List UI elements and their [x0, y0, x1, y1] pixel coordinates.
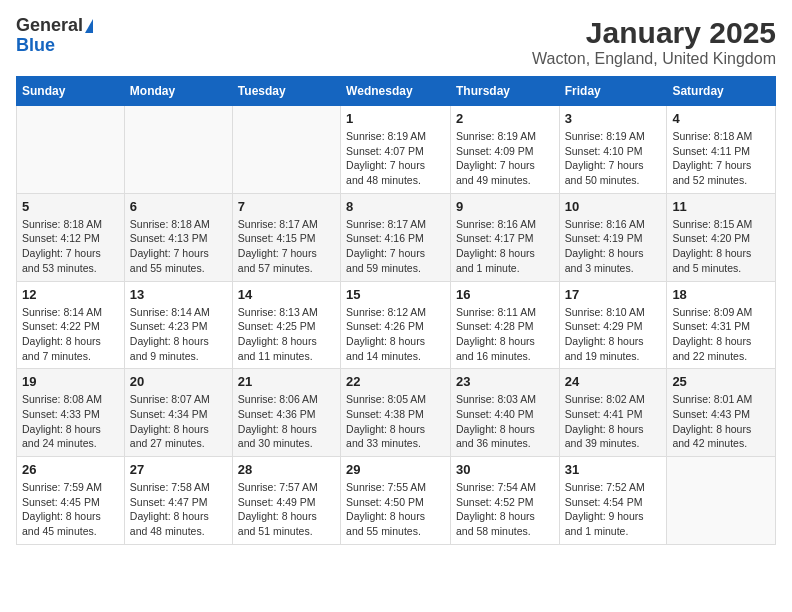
- day-info: Sunrise: 8:14 AM Sunset: 4:22 PM Dayligh…: [22, 305, 119, 364]
- day-number: 31: [565, 462, 662, 477]
- logo: General Blue: [16, 16, 93, 56]
- day-cell: 29Sunrise: 7:55 AM Sunset: 4:50 PM Dayli…: [341, 457, 451, 545]
- day-info: Sunrise: 8:03 AM Sunset: 4:40 PM Dayligh…: [456, 392, 554, 451]
- day-info: Sunrise: 8:11 AM Sunset: 4:28 PM Dayligh…: [456, 305, 554, 364]
- day-number: 5: [22, 199, 119, 214]
- day-number: 4: [672, 111, 770, 126]
- day-info: Sunrise: 8:09 AM Sunset: 4:31 PM Dayligh…: [672, 305, 770, 364]
- day-cell: 21Sunrise: 8:06 AM Sunset: 4:36 PM Dayli…: [232, 369, 340, 457]
- day-number: 11: [672, 199, 770, 214]
- calendar-body: 1Sunrise: 8:19 AM Sunset: 4:07 PM Daylig…: [17, 106, 776, 545]
- day-number: 14: [238, 287, 335, 302]
- calendar-table: SundayMondayTuesdayWednesdayThursdayFrid…: [16, 76, 776, 545]
- day-info: Sunrise: 8:19 AM Sunset: 4:09 PM Dayligh…: [456, 129, 554, 188]
- day-number: 17: [565, 287, 662, 302]
- day-cell: 13Sunrise: 8:14 AM Sunset: 4:23 PM Dayli…: [124, 281, 232, 369]
- day-cell: 6Sunrise: 8:18 AM Sunset: 4:13 PM Daylig…: [124, 193, 232, 281]
- day-cell: [232, 106, 340, 194]
- day-info: Sunrise: 8:17 AM Sunset: 4:15 PM Dayligh…: [238, 217, 335, 276]
- day-number: 19: [22, 374, 119, 389]
- day-info: Sunrise: 8:17 AM Sunset: 4:16 PM Dayligh…: [346, 217, 445, 276]
- day-info: Sunrise: 8:02 AM Sunset: 4:41 PM Dayligh…: [565, 392, 662, 451]
- day-cell: [667, 457, 776, 545]
- day-cell: 18Sunrise: 8:09 AM Sunset: 4:31 PM Dayli…: [667, 281, 776, 369]
- day-number: 29: [346, 462, 445, 477]
- day-cell: 23Sunrise: 8:03 AM Sunset: 4:40 PM Dayli…: [450, 369, 559, 457]
- day-number: 3: [565, 111, 662, 126]
- header: General Blue January 2025 Wacton, Englan…: [16, 16, 776, 68]
- day-info: Sunrise: 7:59 AM Sunset: 4:45 PM Dayligh…: [22, 480, 119, 539]
- day-number: 1: [346, 111, 445, 126]
- day-cell: 22Sunrise: 8:05 AM Sunset: 4:38 PM Dayli…: [341, 369, 451, 457]
- day-cell: 26Sunrise: 7:59 AM Sunset: 4:45 PM Dayli…: [17, 457, 125, 545]
- day-cell: 14Sunrise: 8:13 AM Sunset: 4:25 PM Dayli…: [232, 281, 340, 369]
- day-cell: 11Sunrise: 8:15 AM Sunset: 4:20 PM Dayli…: [667, 193, 776, 281]
- day-number: 7: [238, 199, 335, 214]
- day-info: Sunrise: 8:12 AM Sunset: 4:26 PM Dayligh…: [346, 305, 445, 364]
- day-cell: 17Sunrise: 8:10 AM Sunset: 4:29 PM Dayli…: [559, 281, 667, 369]
- header-monday: Monday: [124, 77, 232, 106]
- day-cell: 15Sunrise: 8:12 AM Sunset: 4:26 PM Dayli…: [341, 281, 451, 369]
- day-number: 27: [130, 462, 227, 477]
- day-number: 16: [456, 287, 554, 302]
- day-info: Sunrise: 8:18 AM Sunset: 4:13 PM Dayligh…: [130, 217, 227, 276]
- day-info: Sunrise: 8:05 AM Sunset: 4:38 PM Dayligh…: [346, 392, 445, 451]
- day-number: 23: [456, 374, 554, 389]
- day-number: 18: [672, 287, 770, 302]
- day-cell: 4Sunrise: 8:18 AM Sunset: 4:11 PM Daylig…: [667, 106, 776, 194]
- day-info: Sunrise: 8:08 AM Sunset: 4:33 PM Dayligh…: [22, 392, 119, 451]
- day-info: Sunrise: 8:19 AM Sunset: 4:10 PM Dayligh…: [565, 129, 662, 188]
- day-cell: 3Sunrise: 8:19 AM Sunset: 4:10 PM Daylig…: [559, 106, 667, 194]
- day-info: Sunrise: 7:52 AM Sunset: 4:54 PM Dayligh…: [565, 480, 662, 539]
- calendar-title: January 2025: [532, 16, 776, 50]
- day-cell: 10Sunrise: 8:16 AM Sunset: 4:19 PM Dayli…: [559, 193, 667, 281]
- logo-blue: Blue: [16, 36, 93, 56]
- day-cell: 16Sunrise: 8:11 AM Sunset: 4:28 PM Dayli…: [450, 281, 559, 369]
- day-info: Sunrise: 8:18 AM Sunset: 4:11 PM Dayligh…: [672, 129, 770, 188]
- day-cell: 2Sunrise: 8:19 AM Sunset: 4:09 PM Daylig…: [450, 106, 559, 194]
- day-number: 26: [22, 462, 119, 477]
- day-number: 13: [130, 287, 227, 302]
- day-cell: 24Sunrise: 8:02 AM Sunset: 4:41 PM Dayli…: [559, 369, 667, 457]
- header-row: SundayMondayTuesdayWednesdayThursdayFrid…: [17, 77, 776, 106]
- day-cell: 28Sunrise: 7:57 AM Sunset: 4:49 PM Dayli…: [232, 457, 340, 545]
- calendar-header: SundayMondayTuesdayWednesdayThursdayFrid…: [17, 77, 776, 106]
- day-info: Sunrise: 8:01 AM Sunset: 4:43 PM Dayligh…: [672, 392, 770, 451]
- day-info: Sunrise: 8:15 AM Sunset: 4:20 PM Dayligh…: [672, 217, 770, 276]
- week-row-1: 1Sunrise: 8:19 AM Sunset: 4:07 PM Daylig…: [17, 106, 776, 194]
- day-cell: 27Sunrise: 7:58 AM Sunset: 4:47 PM Dayli…: [124, 457, 232, 545]
- day-cell: 30Sunrise: 7:54 AM Sunset: 4:52 PM Dayli…: [450, 457, 559, 545]
- day-number: 15: [346, 287, 445, 302]
- day-info: Sunrise: 8:18 AM Sunset: 4:12 PM Dayligh…: [22, 217, 119, 276]
- day-cell: [124, 106, 232, 194]
- day-number: 28: [238, 462, 335, 477]
- day-number: 25: [672, 374, 770, 389]
- day-number: 20: [130, 374, 227, 389]
- day-info: Sunrise: 8:14 AM Sunset: 4:23 PM Dayligh…: [130, 305, 227, 364]
- day-info: Sunrise: 8:16 AM Sunset: 4:19 PM Dayligh…: [565, 217, 662, 276]
- day-cell: 12Sunrise: 8:14 AM Sunset: 4:22 PM Dayli…: [17, 281, 125, 369]
- calendar-subtitle: Wacton, England, United Kingdom: [532, 50, 776, 68]
- day-info: Sunrise: 7:54 AM Sunset: 4:52 PM Dayligh…: [456, 480, 554, 539]
- header-sunday: Sunday: [17, 77, 125, 106]
- day-number: 10: [565, 199, 662, 214]
- day-number: 30: [456, 462, 554, 477]
- day-number: 2: [456, 111, 554, 126]
- day-info: Sunrise: 7:58 AM Sunset: 4:47 PM Dayligh…: [130, 480, 227, 539]
- day-number: 12: [22, 287, 119, 302]
- day-info: Sunrise: 8:19 AM Sunset: 4:07 PM Dayligh…: [346, 129, 445, 188]
- day-cell: 19Sunrise: 8:08 AM Sunset: 4:33 PM Dayli…: [17, 369, 125, 457]
- day-info: Sunrise: 7:55 AM Sunset: 4:50 PM Dayligh…: [346, 480, 445, 539]
- day-cell: 8Sunrise: 8:17 AM Sunset: 4:16 PM Daylig…: [341, 193, 451, 281]
- day-cell: [17, 106, 125, 194]
- logo-triangle-icon: [85, 19, 93, 33]
- day-info: Sunrise: 8:13 AM Sunset: 4:25 PM Dayligh…: [238, 305, 335, 364]
- title-section: January 2025 Wacton, England, United Kin…: [532, 16, 776, 68]
- day-number: 21: [238, 374, 335, 389]
- day-cell: 9Sunrise: 8:16 AM Sunset: 4:17 PM Daylig…: [450, 193, 559, 281]
- day-cell: 1Sunrise: 8:19 AM Sunset: 4:07 PM Daylig…: [341, 106, 451, 194]
- week-row-3: 12Sunrise: 8:14 AM Sunset: 4:22 PM Dayli…: [17, 281, 776, 369]
- header-wednesday: Wednesday: [341, 77, 451, 106]
- logo-general: General: [16, 16, 93, 36]
- day-number: 22: [346, 374, 445, 389]
